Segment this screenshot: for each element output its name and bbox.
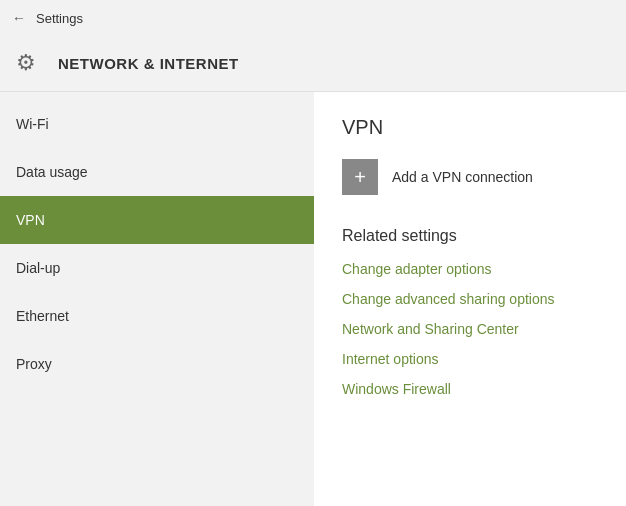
related-settings-title: Related settings <box>342 227 598 245</box>
title-bar: ← Settings <box>0 0 626 36</box>
link-windows-firewall[interactable]: Windows Firewall <box>342 381 598 397</box>
vpn-section-title: VPN <box>342 116 598 139</box>
sidebar-label-proxy: Proxy <box>16 356 52 372</box>
back-button[interactable]: ← <box>12 10 26 26</box>
app-title: NETWORK & INTERNET <box>58 55 239 72</box>
sidebar-label-vpn: VPN <box>16 212 45 228</box>
sidebar-item-vpn[interactable]: VPN <box>0 196 314 244</box>
sidebar: Wi-Fi Data usage VPN Dial-up Ethernet Pr… <box>0 92 314 506</box>
link-change-adapter[interactable]: Change adapter options <box>342 261 598 277</box>
link-network-sharing-center[interactable]: Network and Sharing Center <box>342 321 598 337</box>
gear-icon: ⚙ <box>16 50 44 78</box>
link-internet-options[interactable]: Internet options <box>342 351 598 367</box>
main-layout: Wi-Fi Data usage VPN Dial-up Ethernet Pr… <box>0 92 626 506</box>
link-change-sharing[interactable]: Change advanced sharing options <box>342 291 598 307</box>
sidebar-item-ethernet[interactable]: Ethernet <box>0 292 314 340</box>
app-header: ⚙ NETWORK & INTERNET <box>0 36 626 92</box>
sidebar-item-data-usage[interactable]: Data usage <box>0 148 314 196</box>
add-vpn-row: + Add a VPN connection <box>342 159 598 195</box>
plus-icon: + <box>354 166 366 189</box>
main-content: VPN + Add a VPN connection Related setti… <box>314 92 626 506</box>
sidebar-label-wifi: Wi-Fi <box>16 116 49 132</box>
add-vpn-label: Add a VPN connection <box>392 169 533 185</box>
sidebar-label-data-usage: Data usage <box>16 164 88 180</box>
sidebar-item-wifi[interactable]: Wi-Fi <box>0 100 314 148</box>
sidebar-item-dial-up[interactable]: Dial-up <box>0 244 314 292</box>
sidebar-label-dial-up: Dial-up <box>16 260 60 276</box>
sidebar-label-ethernet: Ethernet <box>16 308 69 324</box>
add-vpn-button[interactable]: + <box>342 159 378 195</box>
sidebar-item-proxy[interactable]: Proxy <box>0 340 314 388</box>
window-title: Settings <box>36 11 83 26</box>
